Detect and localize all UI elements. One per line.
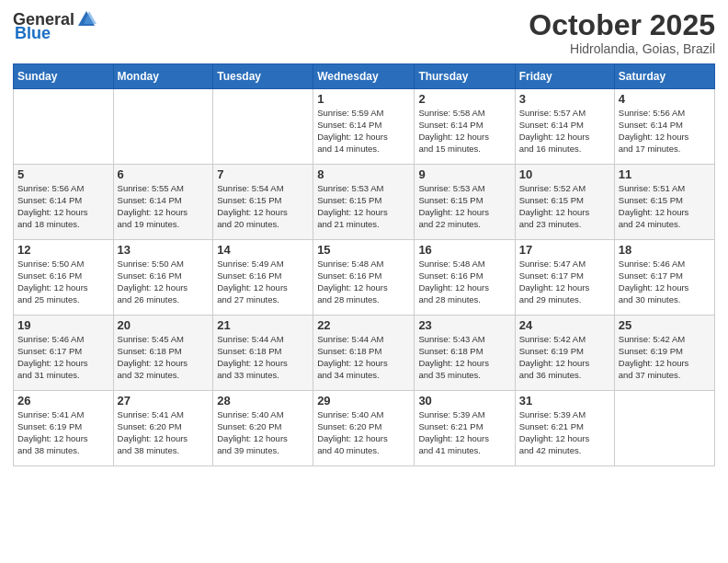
- day-number: 6: [118, 167, 210, 181]
- calendar-day-cell: 15Sunrise: 5:48 AMSunset: 6:16 PMDayligh…: [313, 240, 415, 316]
- calendar-day-cell: 26Sunrise: 5:41 AMSunset: 6:19 PMDayligh…: [14, 391, 114, 466]
- page-container: General Blue October 2025 Hidrolandia, G…: [0, 0, 728, 476]
- day-number: 14: [217, 243, 309, 257]
- calendar-day-cell: 23Sunrise: 5:43 AMSunset: 6:18 PMDayligh…: [415, 316, 515, 391]
- day-number: 24: [519, 318, 610, 332]
- day-info: Sunrise: 5:48 AMSunset: 6:16 PMDaylight:…: [317, 259, 410, 305]
- day-number: 25: [619, 318, 711, 332]
- calendar-day-cell: 22Sunrise: 5:44 AMSunset: 6:18 PMDayligh…: [313, 316, 415, 391]
- calendar-day-cell: 2Sunrise: 5:58 AMSunset: 6:14 PMDaylight…: [415, 89, 515, 165]
- day-number: 22: [317, 318, 410, 332]
- calendar-day-cell: 30Sunrise: 5:39 AMSunset: 6:21 PMDayligh…: [415, 391, 515, 466]
- weekday-header: Tuesday: [213, 64, 313, 89]
- calendar-day-cell: 20Sunrise: 5:45 AMSunset: 6:18 PMDayligh…: [113, 316, 213, 391]
- weekday-header: Saturday: [614, 64, 714, 89]
- day-number: 23: [418, 318, 510, 332]
- day-info: Sunrise: 5:39 AMSunset: 6:21 PMDaylight:…: [519, 409, 610, 456]
- day-info: Sunrise: 5:42 AMSunset: 6:19 PMDaylight:…: [619, 334, 711, 381]
- day-info: Sunrise: 5:54 AMSunset: 6:15 PMDaylight:…: [217, 183, 309, 230]
- calendar-day-cell: 6Sunrise: 5:55 AMSunset: 6:14 PMDaylight…: [113, 165, 213, 240]
- calendar-day-cell: 1Sunrise: 5:59 AMSunset: 6:14 PMDaylight…: [313, 89, 415, 165]
- calendar-day-cell: 11Sunrise: 5:51 AMSunset: 6:15 PMDayligh…: [614, 165, 714, 240]
- day-number: 13: [118, 243, 210, 257]
- calendar-day-cell: 16Sunrise: 5:48 AMSunset: 6:16 PMDayligh…: [415, 240, 515, 316]
- calendar-day-cell: 13Sunrise: 5:50 AMSunset: 6:16 PMDayligh…: [113, 240, 213, 316]
- calendar-day-cell: 21Sunrise: 5:44 AMSunset: 6:18 PMDayligh…: [213, 316, 313, 391]
- calendar-week-row: 26Sunrise: 5:41 AMSunset: 6:19 PMDayligh…: [14, 391, 715, 466]
- calendar-header-row: SundayMondayTuesdayWednesdayThursdayFrid…: [14, 64, 715, 89]
- calendar-day-cell: 18Sunrise: 5:46 AMSunset: 6:17 PMDayligh…: [614, 240, 714, 316]
- calendar-day-cell: [614, 391, 714, 466]
- day-info: Sunrise: 5:55 AMSunset: 6:14 PMDaylight:…: [118, 183, 210, 230]
- calendar-day-cell: 25Sunrise: 5:42 AMSunset: 6:19 PMDayligh…: [614, 316, 714, 391]
- weekday-header: Sunday: [14, 64, 114, 89]
- day-info: Sunrise: 5:41 AMSunset: 6:19 PMDaylight:…: [17, 409, 109, 456]
- day-number: 15: [317, 243, 410, 257]
- day-number: 16: [418, 243, 510, 257]
- day-number: 19: [17, 318, 109, 332]
- day-info: Sunrise: 5:47 AMSunset: 6:17 PMDaylight:…: [519, 259, 610, 305]
- calendar-day-cell: 29Sunrise: 5:40 AMSunset: 6:20 PMDayligh…: [313, 391, 415, 466]
- day-info: Sunrise: 5:53 AMSunset: 6:15 PMDaylight:…: [418, 183, 510, 230]
- day-number: 7: [217, 167, 309, 181]
- day-info: Sunrise: 5:44 AMSunset: 6:18 PMDaylight:…: [317, 334, 410, 381]
- calendar-day-cell: 12Sunrise: 5:50 AMSunset: 6:16 PMDayligh…: [14, 240, 114, 316]
- calendar-day-cell: 10Sunrise: 5:52 AMSunset: 6:15 PMDayligh…: [515, 165, 614, 240]
- day-number: 28: [217, 394, 309, 408]
- day-number: 11: [619, 167, 711, 181]
- calendar-day-cell: 28Sunrise: 5:40 AMSunset: 6:20 PMDayligh…: [213, 391, 313, 466]
- day-info: Sunrise: 5:40 AMSunset: 6:20 PMDaylight:…: [217, 409, 309, 456]
- day-info: Sunrise: 5:41 AMSunset: 6:20 PMDaylight:…: [118, 409, 210, 456]
- day-number: 2: [418, 92, 510, 106]
- day-info: Sunrise: 5:43 AMSunset: 6:18 PMDaylight:…: [418, 334, 510, 381]
- location-subtitle: Hidrolandia, Goias, Brazil: [529, 41, 715, 56]
- calendar-day-cell: 14Sunrise: 5:49 AMSunset: 6:16 PMDayligh…: [213, 240, 313, 316]
- calendar-day-cell: 8Sunrise: 5:53 AMSunset: 6:15 PMDaylight…: [313, 165, 415, 240]
- day-number: 21: [217, 318, 309, 332]
- day-info: Sunrise: 5:48 AMSunset: 6:16 PMDaylight:…: [418, 259, 510, 305]
- day-info: Sunrise: 5:49 AMSunset: 6:16 PMDaylight:…: [217, 259, 309, 305]
- day-number: 17: [519, 243, 610, 257]
- day-number: 26: [17, 394, 109, 408]
- weekday-header: Friday: [515, 64, 614, 89]
- day-info: Sunrise: 5:44 AMSunset: 6:18 PMDaylight:…: [217, 334, 309, 381]
- day-info: Sunrise: 5:45 AMSunset: 6:18 PMDaylight:…: [118, 334, 210, 381]
- logo-icon: [76, 9, 97, 29]
- day-info: Sunrise: 5:56 AMSunset: 6:14 PMDaylight:…: [619, 108, 711, 155]
- calendar-day-cell: [113, 89, 213, 165]
- calendar-day-cell: [213, 89, 313, 165]
- day-info: Sunrise: 5:51 AMSunset: 6:15 PMDaylight:…: [619, 183, 711, 230]
- day-number: 20: [118, 318, 210, 332]
- day-info: Sunrise: 5:46 AMSunset: 6:17 PMDaylight:…: [619, 259, 711, 305]
- calendar-day-cell: 4Sunrise: 5:56 AMSunset: 6:14 PMDaylight…: [614, 89, 714, 165]
- weekday-header: Wednesday: [313, 64, 415, 89]
- day-number: 31: [519, 394, 610, 408]
- day-number: 1: [317, 92, 410, 106]
- calendar-day-cell: 5Sunrise: 5:56 AMSunset: 6:14 PMDaylight…: [14, 165, 114, 240]
- calendar-day-cell: 3Sunrise: 5:57 AMSunset: 6:14 PMDaylight…: [515, 89, 614, 165]
- day-number: 12: [17, 243, 109, 257]
- day-number: 27: [118, 394, 210, 408]
- day-info: Sunrise: 5:53 AMSunset: 6:15 PMDaylight:…: [317, 183, 410, 230]
- weekday-header: Monday: [113, 64, 213, 89]
- day-number: 9: [418, 167, 510, 181]
- calendar-day-cell: 9Sunrise: 5:53 AMSunset: 6:15 PMDaylight…: [415, 165, 515, 240]
- title-block: October 2025 Hidrolandia, Goias, Brazil: [529, 9, 715, 56]
- day-info: Sunrise: 5:57 AMSunset: 6:14 PMDaylight:…: [519, 108, 610, 155]
- calendar-day-cell: 17Sunrise: 5:47 AMSunset: 6:17 PMDayligh…: [515, 240, 614, 316]
- calendar-week-row: 19Sunrise: 5:46 AMSunset: 6:17 PMDayligh…: [14, 316, 715, 391]
- calendar-week-row: 12Sunrise: 5:50 AMSunset: 6:16 PMDayligh…: [14, 240, 715, 316]
- calendar-day-cell: 19Sunrise: 5:46 AMSunset: 6:17 PMDayligh…: [14, 316, 114, 391]
- calendar-week-row: 1Sunrise: 5:59 AMSunset: 6:14 PMDaylight…: [14, 89, 715, 165]
- calendar-day-cell: 27Sunrise: 5:41 AMSunset: 6:20 PMDayligh…: [113, 391, 213, 466]
- day-number: 10: [519, 167, 610, 181]
- day-info: Sunrise: 5:58 AMSunset: 6:14 PMDaylight:…: [418, 108, 510, 155]
- day-number: 4: [619, 92, 711, 106]
- calendar-table: SundayMondayTuesdayWednesdayThursdayFrid…: [13, 63, 715, 466]
- logo: General Blue: [13, 9, 97, 43]
- day-info: Sunrise: 5:42 AMSunset: 6:19 PMDaylight:…: [519, 334, 610, 381]
- calendar-day-cell: 31Sunrise: 5:39 AMSunset: 6:21 PMDayligh…: [515, 391, 614, 466]
- day-number: 3: [519, 92, 610, 106]
- calendar-day-cell: 24Sunrise: 5:42 AMSunset: 6:19 PMDayligh…: [515, 316, 614, 391]
- calendar-day-cell: [14, 89, 114, 165]
